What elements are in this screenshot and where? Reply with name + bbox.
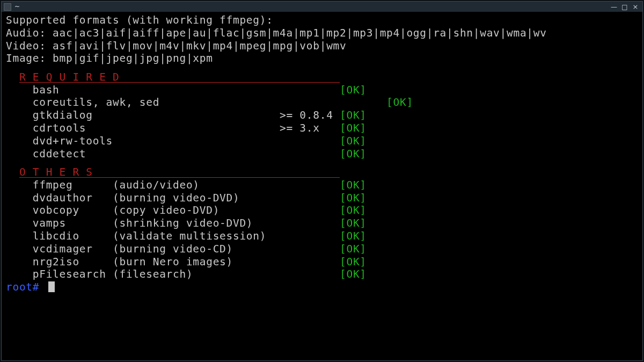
section-required-header: R E Q U I R E D <box>6 71 638 84</box>
dep-version <box>280 217 340 229</box>
dep-status: [OK] <box>340 192 367 204</box>
dep-version <box>280 179 340 191</box>
dep-status: [OK] <box>340 256 367 268</box>
dep-version <box>280 148 340 160</box>
dep-row: cddetect [OK] <box>6 148 638 161</box>
dep-status: [OK] <box>340 135 367 147</box>
dep-name: vcdimager <box>33 243 113 255</box>
section-others-title: O T H E R S <box>19 166 340 179</box>
close-button[interactable]: × <box>631 3 640 11</box>
dep-version: >= 3.x <box>280 122 340 134</box>
dep-name: pFilesearch <box>33 268 113 280</box>
window-titlebar[interactable]: ~ — □ × <box>2 2 642 12</box>
minimize-button[interactable]: — <box>609 3 619 11</box>
dep-name: vamps <box>33 217 113 229</box>
dep-version <box>280 256 340 268</box>
dep-status: [OK] <box>340 217 367 229</box>
maximize-button[interactable]: □ <box>620 3 630 11</box>
dep-name: dvd+rw-tools <box>33 135 113 147</box>
dep-name: gtkdialog <box>33 109 113 121</box>
dep-note <box>113 148 280 160</box>
dep-version <box>280 243 340 255</box>
dep-note <box>113 122 280 134</box>
dep-note: (copy video-DVD) <box>113 204 280 216</box>
dep-name: ffmpeg <box>33 179 113 191</box>
dep-status: [OK] <box>340 109 367 121</box>
dep-note: (validate multisession) <box>113 230 280 242</box>
dep-row: gtkdialog >= 0.8.4 [OK] <box>6 109 638 122</box>
dep-version <box>280 192 340 204</box>
dep-name: bash <box>33 84 113 96</box>
prompt-line[interactable]: root# <box>6 281 638 294</box>
dep-name: libcdio <box>33 230 113 242</box>
prompt-text: root# <box>6 281 46 293</box>
supported-header: Supported formats (with working ffmpeg): <box>6 14 638 27</box>
dep-row: bash [OK] <box>6 84 638 97</box>
section-required-title: R E Q U I R E D <box>19 71 340 84</box>
dep-version <box>280 268 340 280</box>
dep-row: cdrtools >= 3.x [OK] <box>6 122 638 135</box>
image-formats: bmp|gif|jpeg|jpg|png|xpm <box>53 52 213 64</box>
dep-row: nrg2iso (burn Nero images) [OK] <box>6 256 638 269</box>
dep-status: [OK] <box>340 148 367 160</box>
app-icon <box>4 3 11 11</box>
dep-note <box>113 84 280 96</box>
dep-version <box>280 230 340 242</box>
dep-version: >= 0.8.4 <box>280 109 340 121</box>
window-title: ~ <box>14 3 20 11</box>
others-list: ffmpeg (audio/video) [OK] dvdauthor (bur… <box>6 179 638 281</box>
required-list: bash [OK] coreutils, awk, sed [OK] gtkdi… <box>6 84 638 161</box>
dep-version <box>280 135 340 147</box>
terminal-body[interactable]: Supported formats (with working ffmpeg):… <box>2 12 642 360</box>
dep-status: [OK] <box>340 204 367 216</box>
dep-status: [OK] <box>340 122 367 134</box>
video-line: Video: asf|avi|flv|mov|m4v|mkv|mp4|mpeg|… <box>6 40 638 53</box>
dep-note <box>113 109 280 121</box>
dep-version <box>280 84 340 96</box>
dep-row: ffmpeg (audio/video) [OK] <box>6 179 638 192</box>
section-others-header: O T H E R S <box>6 166 638 179</box>
image-line: Image: bmp|gif|jpeg|jpg|png|xpm <box>6 52 638 65</box>
dep-status: [OK] <box>340 230 367 242</box>
dep-status: [OK] <box>340 179 367 191</box>
dep-name: vobcopy <box>33 204 113 216</box>
dep-note: (filesearch) <box>113 268 280 280</box>
dep-status: [OK] <box>340 243 367 255</box>
dep-row: vamps (shrinking video-DVD) [OK] <box>6 217 638 230</box>
dep-name: dvdauthor <box>33 192 113 204</box>
dep-note: (burning video-DVD) <box>113 192 280 204</box>
dep-note: (burning video-CD) <box>113 243 280 255</box>
cursor-block <box>48 281 55 292</box>
dep-name: nrg2iso <box>33 256 113 268</box>
dep-status: [OK] <box>386 96 413 108</box>
dep-row: libcdio (validate multisession) [OK] <box>6 230 638 243</box>
dep-note <box>113 135 280 147</box>
video-label: Video: <box>6 40 53 52</box>
dep-note: (burn Nero images) <box>113 256 280 268</box>
dep-version <box>280 204 340 216</box>
dep-row: dvdauthor (burning video-DVD) [OK] <box>6 192 638 205</box>
dep-name: coreutils, awk, sed <box>33 96 159 108</box>
audio-line-1: Audio: aac|ac3|aif|aiff|ape|au|flac|gsm|… <box>6 27 638 40</box>
dep-row: pFilesearch (filesearch) [OK] <box>6 268 638 281</box>
video-formats: asf|avi|flv|mov|m4v|mkv|mp4|mpeg|mpg|vob… <box>53 40 346 52</box>
dep-note: (shrinking video-DVD) <box>113 217 280 229</box>
image-label: Image: <box>6 52 53 64</box>
dep-name: cddetect <box>33 148 113 160</box>
dep-status: [OK] <box>340 268 367 280</box>
dep-note: (audio/video) <box>113 179 280 191</box>
dep-status: [OK] <box>340 84 367 96</box>
dep-row: coreutils, awk, sed [OK] <box>6 96 638 109</box>
dep-version <box>326 96 386 108</box>
dep-name: cdrtools <box>33 122 113 134</box>
dep-row: dvd+rw-tools [OK] <box>6 135 638 148</box>
terminal-window: ~ — □ × Supported formats (with working … <box>1 1 643 361</box>
dep-row: vobcopy (copy video-DVD) [OK] <box>6 204 638 217</box>
dep-row: vcdimager (burning video-CD) [OK] <box>6 243 638 256</box>
dep-note <box>159 96 326 108</box>
